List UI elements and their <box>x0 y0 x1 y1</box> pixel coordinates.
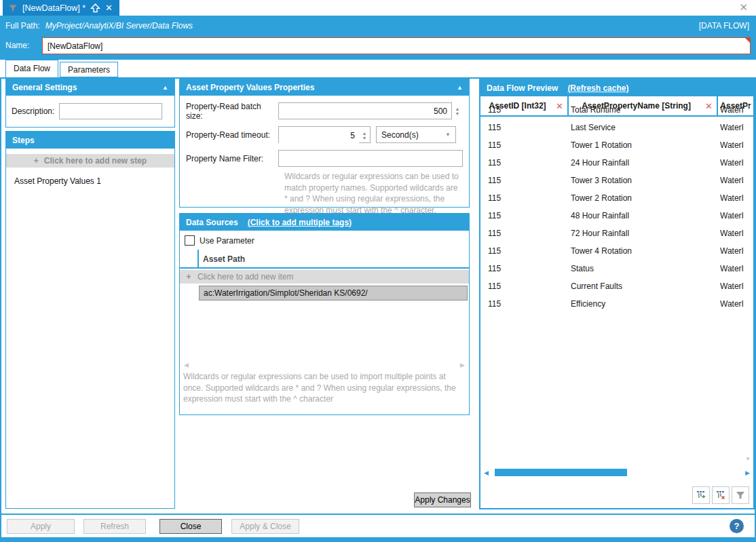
property-name-filter-input[interactable] <box>278 150 463 167</box>
tab-strip: Data Flow Parameters <box>1 60 118 77</box>
column-insert-icon <box>696 490 706 501</box>
filter-button[interactable] <box>732 486 749 504</box>
properties-title: Asset Property Values Properties <box>186 83 314 92</box>
general-settings-header: General Settings ▲ <box>6 79 174 96</box>
refresh-button[interactable]: Refresh <box>83 519 146 534</box>
table-cell: WaterIrrig <box>717 299 744 309</box>
table-row[interactable]: 11572 Hour RainfallWaterIrrig <box>480 225 744 242</box>
asset-path-item[interactable]: ac:WaterIrrigation/Simplot/Sheridan KS/0… <box>199 286 468 301</box>
table-row[interactable]: 11524 Hour RainfallWaterIrrig <box>480 154 744 172</box>
timeout-unit-dropdown[interactable]: Second(s) ▼ <box>376 126 456 143</box>
apply-changes-button[interactable]: Apply Changes <box>414 492 471 507</box>
table-cell: 115 <box>480 158 567 168</box>
tab-data-flow[interactable]: Data Flow <box>5 60 58 77</box>
table-row[interactable]: 115Total RuntimeWaterIrrig <box>480 101 744 119</box>
table-cell: 115 <box>480 176 567 185</box>
table-row[interactable]: 115Last ServiceWaterIrrig <box>480 119 744 136</box>
table-row[interactable]: 115Tower 4 RotationWaterIrrig <box>480 242 744 260</box>
table-cell: WaterIrrig <box>717 246 744 256</box>
table-row[interactable]: 115StatusWaterIrrig <box>480 260 744 277</box>
table-cell: 115 <box>480 299 567 309</box>
scroll-left-icon[interactable]: ◀ <box>484 469 489 476</box>
table-cell: WaterIrrig <box>717 123 744 132</box>
filter-hint-text: Wildcards or regular expressions can be … <box>284 171 462 216</box>
batch-size-input[interactable] <box>278 102 452 119</box>
header-band: Full Path: MyProject/AnalytiX/BI Server/… <box>0 16 756 60</box>
table-cell: WaterIrrig <box>717 282 744 291</box>
document-tab[interactable]: [NewDataFlow] * ✕ <box>3 0 119 16</box>
scroll-up-icon[interactable]: ▲ <box>745 102 751 109</box>
add-step-button[interactable]: + Click here to add new step <box>6 154 174 168</box>
table-cell: 48 Hour Rainfall <box>567 211 717 220</box>
add-item-button[interactable]: + Click here to add new item <box>180 270 469 284</box>
tab-parameters[interactable]: Parameters <box>60 62 118 77</box>
description-label: Description: <box>12 107 54 116</box>
table-cell: 115 <box>480 123 567 132</box>
scroll-right-icon[interactable]: ▶ <box>745 469 750 476</box>
data-flow-icon <box>8 3 18 13</box>
table-cell: WaterIrrig <box>717 140 744 150</box>
table-cell: 115 <box>480 229 567 238</box>
scroll-right-icon[interactable]: ▶ <box>460 362 465 368</box>
name-input[interactable] <box>42 37 751 54</box>
batch-size-label: Property-Read batch size: <box>186 102 278 121</box>
table-row[interactable]: 115EfficiencyWaterIrrig <box>480 295 744 313</box>
table-row[interactable]: 115Tower 1 RotationWaterIrrig <box>480 136 744 154</box>
properties-header: Asset Property Values Properties ▲ <box>180 79 469 96</box>
table-cell: WaterIrrig <box>717 264 744 273</box>
steps-panel: Steps + Click here to add new step Asset… <box>5 131 175 509</box>
footer-bar: Apply Refresh Close Apply & Close ? <box>1 514 755 537</box>
scrollbar-thumb[interactable] <box>495 469 627 476</box>
timeout-input[interactable] <box>279 127 359 144</box>
plus-icon: + <box>34 156 39 166</box>
column-insert-button[interactable] <box>692 486 710 504</box>
help-icon[interactable]: ? <box>730 519 744 533</box>
step-item[interactable]: Asset Property Values 1 <box>6 168 174 186</box>
close-button[interactable]: Close <box>159 519 222 534</box>
table-cell: 115 <box>480 282 567 291</box>
filter-icon <box>735 490 746 501</box>
preview-title: Data Flow Preview <box>487 83 558 93</box>
scroll-down-icon[interactable]: ▼ <box>745 456 751 462</box>
table-cell: Tower 4 Rotation <box>567 246 717 256</box>
table-cell: 115 <box>480 246 567 256</box>
table-cell: WaterIrrig <box>717 229 744 238</box>
data-sources-panel: Data Sources (Click to add multiple tags… <box>179 213 470 415</box>
table-cell: WaterIrrig <box>717 176 744 185</box>
scroll-left-icon[interactable]: ◀ <box>184 362 189 368</box>
apply-and-close-button[interactable]: Apply & Close <box>231 519 299 534</box>
table-row[interactable]: 115Current FaultsWaterIrrig <box>480 277 744 295</box>
table-cell: WaterIrrig <box>717 193 744 203</box>
preview-table-body: 115Total RuntimeWaterIrrig115Last Servic… <box>480 101 744 467</box>
data-sources-title: Data Sources <box>186 218 238 227</box>
table-cell: WaterIrrig <box>717 105 744 115</box>
add-multiple-tags-link[interactable]: (Click to add multiple tags) <box>248 218 352 227</box>
use-parameter-checkbox[interactable] <box>185 235 195 246</box>
table-cell: Tower 3 Rotation <box>567 176 717 185</box>
column-delete-button[interactable] <box>712 486 730 504</box>
data-flow-preview-panel: Data Flow Preview (Refresh cache) AssetI… <box>479 78 755 509</box>
refresh-cache-link[interactable]: (Refresh cache) <box>567 83 628 93</box>
plus-icon: + <box>180 272 197 282</box>
horizontal-scrollbar[interactable]: ◀ ▶ <box>483 469 751 477</box>
steps-list: Asset Property Values 1 <box>6 168 174 186</box>
table-cell: Efficiency <box>567 299 717 309</box>
description-input[interactable] <box>59 103 162 119</box>
timeout-label: Property-Read timeout: <box>186 130 278 140</box>
document-close-icon[interactable]: ✕ <box>105 3 113 12</box>
use-parameter-label: Use Parameter <box>200 236 254 246</box>
apply-button[interactable]: Apply <box>7 519 75 534</box>
vertical-scrollbar[interactable]: ▲ ▼ <box>744 101 753 463</box>
navigate-up-icon[interactable] <box>90 3 100 13</box>
collapse-icon[interactable]: ▲ <box>457 84 463 91</box>
table-row[interactable]: 115Tower 3 RotationWaterIrrig <box>480 172 744 189</box>
spinner-icons[interactable]: ▲▼ <box>359 127 370 144</box>
general-settings-title: General Settings <box>12 83 77 92</box>
collapse-icon[interactable]: ▲ <box>162 84 168 91</box>
window-close-icon[interactable]: ✕ <box>739 1 748 14</box>
table-row[interactable]: 115Tower 2 RotationWaterIrrig <box>480 189 744 207</box>
table-row[interactable]: 11548 Hour RainfallWaterIrrig <box>480 207 744 225</box>
spinner-icons[interactable]: ▲▼ <box>452 102 463 119</box>
asset-path-header: Asset Path <box>180 250 469 269</box>
name-label: Name: <box>5 41 29 50</box>
